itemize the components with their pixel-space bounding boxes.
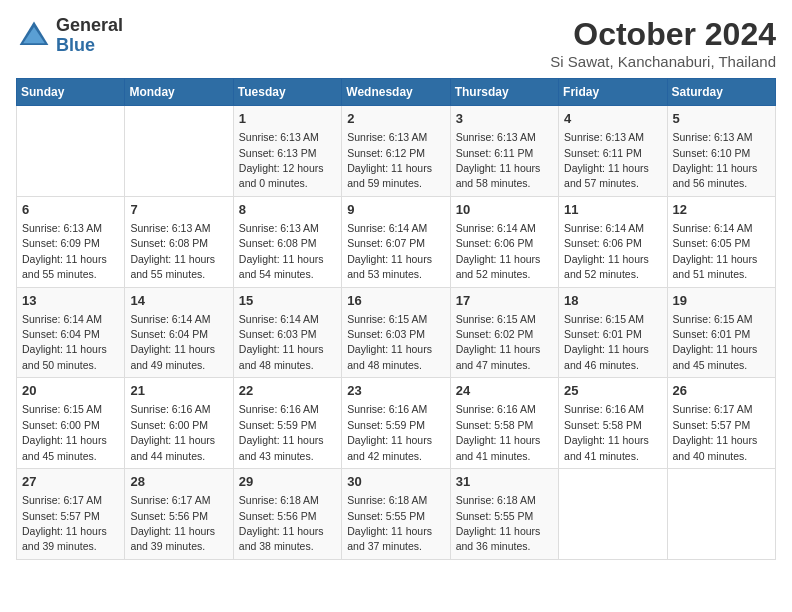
- day-number: 22: [239, 382, 336, 400]
- calendar-cell: 31Sunrise: 6:18 AM Sunset: 5:55 PM Dayli…: [450, 469, 558, 560]
- calendar-cell: [125, 106, 233, 197]
- calendar-cell: [559, 469, 667, 560]
- calendar-cell: 15Sunrise: 6:14 AM Sunset: 6:03 PM Dayli…: [233, 287, 341, 378]
- logo-icon: [16, 18, 52, 54]
- logo-general: General: [56, 15, 123, 35]
- calendar-cell: 27Sunrise: 6:17 AM Sunset: 5:57 PM Dayli…: [17, 469, 125, 560]
- header-day: Monday: [125, 79, 233, 106]
- day-number: 30: [347, 473, 444, 491]
- calendar-cell: 1Sunrise: 6:13 AM Sunset: 6:13 PM Daylig…: [233, 106, 341, 197]
- day-detail: Sunrise: 6:14 AM Sunset: 6:05 PM Dayligh…: [673, 222, 758, 280]
- day-number: 17: [456, 292, 553, 310]
- day-detail: Sunrise: 6:13 AM Sunset: 6:08 PM Dayligh…: [239, 222, 324, 280]
- day-detail: Sunrise: 6:17 AM Sunset: 5:57 PM Dayligh…: [673, 403, 758, 461]
- day-number: 11: [564, 201, 661, 219]
- calendar-week-row: 1Sunrise: 6:13 AM Sunset: 6:13 PM Daylig…: [17, 106, 776, 197]
- page-header: General Blue October 2024 Si Sawat, Kanc…: [16, 16, 776, 70]
- calendar-cell: 17Sunrise: 6:15 AM Sunset: 6:02 PM Dayli…: [450, 287, 558, 378]
- day-number: 10: [456, 201, 553, 219]
- calendar-cell: [667, 469, 775, 560]
- calendar-header: SundayMondayTuesdayWednesdayThursdayFrid…: [17, 79, 776, 106]
- day-number: 8: [239, 201, 336, 219]
- day-detail: Sunrise: 6:14 AM Sunset: 6:04 PM Dayligh…: [22, 313, 107, 371]
- day-detail: Sunrise: 6:13 AM Sunset: 6:13 PM Dayligh…: [239, 131, 324, 189]
- calendar-cell: 9Sunrise: 6:14 AM Sunset: 6:07 PM Daylig…: [342, 196, 450, 287]
- day-number: 9: [347, 201, 444, 219]
- calendar-cell: 5Sunrise: 6:13 AM Sunset: 6:10 PM Daylig…: [667, 106, 775, 197]
- day-detail: Sunrise: 6:15 AM Sunset: 6:00 PM Dayligh…: [22, 403, 107, 461]
- day-number: 6: [22, 201, 119, 219]
- day-detail: Sunrise: 6:14 AM Sunset: 6:06 PM Dayligh…: [456, 222, 541, 280]
- day-number: 26: [673, 382, 770, 400]
- day-number: 15: [239, 292, 336, 310]
- day-number: 28: [130, 473, 227, 491]
- calendar-cell: 28Sunrise: 6:17 AM Sunset: 5:56 PM Dayli…: [125, 469, 233, 560]
- calendar-cell: 16Sunrise: 6:15 AM Sunset: 6:03 PM Dayli…: [342, 287, 450, 378]
- logo-text: General Blue: [56, 16, 123, 56]
- calendar-cell: 2Sunrise: 6:13 AM Sunset: 6:12 PM Daylig…: [342, 106, 450, 197]
- calendar-week-row: 13Sunrise: 6:14 AM Sunset: 6:04 PM Dayli…: [17, 287, 776, 378]
- calendar-cell: 7Sunrise: 6:13 AM Sunset: 6:08 PM Daylig…: [125, 196, 233, 287]
- calendar-cell: 10Sunrise: 6:14 AM Sunset: 6:06 PM Dayli…: [450, 196, 558, 287]
- calendar-cell: 22Sunrise: 6:16 AM Sunset: 5:59 PM Dayli…: [233, 378, 341, 469]
- day-detail: Sunrise: 6:16 AM Sunset: 6:00 PM Dayligh…: [130, 403, 215, 461]
- day-number: 21: [130, 382, 227, 400]
- calendar-week-row: 27Sunrise: 6:17 AM Sunset: 5:57 PM Dayli…: [17, 469, 776, 560]
- day-detail: Sunrise: 6:15 AM Sunset: 6:01 PM Dayligh…: [673, 313, 758, 371]
- calendar-cell: 30Sunrise: 6:18 AM Sunset: 5:55 PM Dayli…: [342, 469, 450, 560]
- day-number: 5: [673, 110, 770, 128]
- calendar-cell: 13Sunrise: 6:14 AM Sunset: 6:04 PM Dayli…: [17, 287, 125, 378]
- calendar-cell: 6Sunrise: 6:13 AM Sunset: 6:09 PM Daylig…: [17, 196, 125, 287]
- day-detail: Sunrise: 6:13 AM Sunset: 6:11 PM Dayligh…: [564, 131, 649, 189]
- day-detail: Sunrise: 6:13 AM Sunset: 6:10 PM Dayligh…: [673, 131, 758, 189]
- day-detail: Sunrise: 6:17 AM Sunset: 5:57 PM Dayligh…: [22, 494, 107, 552]
- day-detail: Sunrise: 6:16 AM Sunset: 5:59 PM Dayligh…: [347, 403, 432, 461]
- day-detail: Sunrise: 6:15 AM Sunset: 6:01 PM Dayligh…: [564, 313, 649, 371]
- header-day: Thursday: [450, 79, 558, 106]
- calendar-cell: 14Sunrise: 6:14 AM Sunset: 6:04 PM Dayli…: [125, 287, 233, 378]
- day-number: 4: [564, 110, 661, 128]
- day-detail: Sunrise: 6:18 AM Sunset: 5:56 PM Dayligh…: [239, 494, 324, 552]
- day-detail: Sunrise: 6:14 AM Sunset: 6:06 PM Dayligh…: [564, 222, 649, 280]
- calendar-cell: 11Sunrise: 6:14 AM Sunset: 6:06 PM Dayli…: [559, 196, 667, 287]
- calendar-cell: 21Sunrise: 6:16 AM Sunset: 6:00 PM Dayli…: [125, 378, 233, 469]
- calendar-cell: 29Sunrise: 6:18 AM Sunset: 5:56 PM Dayli…: [233, 469, 341, 560]
- day-detail: Sunrise: 6:15 AM Sunset: 6:02 PM Dayligh…: [456, 313, 541, 371]
- day-detail: Sunrise: 6:16 AM Sunset: 5:58 PM Dayligh…: [564, 403, 649, 461]
- day-detail: Sunrise: 6:13 AM Sunset: 6:12 PM Dayligh…: [347, 131, 432, 189]
- header-day: Tuesday: [233, 79, 341, 106]
- day-detail: Sunrise: 6:13 AM Sunset: 6:09 PM Dayligh…: [22, 222, 107, 280]
- header-day: Friday: [559, 79, 667, 106]
- calendar-cell: 4Sunrise: 6:13 AM Sunset: 6:11 PM Daylig…: [559, 106, 667, 197]
- calendar-cell: 25Sunrise: 6:16 AM Sunset: 5:58 PM Dayli…: [559, 378, 667, 469]
- calendar-cell: 23Sunrise: 6:16 AM Sunset: 5:59 PM Dayli…: [342, 378, 450, 469]
- header-day: Sunday: [17, 79, 125, 106]
- calendar-cell: 3Sunrise: 6:13 AM Sunset: 6:11 PM Daylig…: [450, 106, 558, 197]
- calendar-cell: 19Sunrise: 6:15 AM Sunset: 6:01 PM Dayli…: [667, 287, 775, 378]
- calendar-cell: 24Sunrise: 6:16 AM Sunset: 5:58 PM Dayli…: [450, 378, 558, 469]
- logo-blue: Blue: [56, 35, 95, 55]
- calendar-cell: 26Sunrise: 6:17 AM Sunset: 5:57 PM Dayli…: [667, 378, 775, 469]
- day-number: 12: [673, 201, 770, 219]
- day-detail: Sunrise: 6:14 AM Sunset: 6:07 PM Dayligh…: [347, 222, 432, 280]
- day-detail: Sunrise: 6:18 AM Sunset: 5:55 PM Dayligh…: [456, 494, 541, 552]
- day-detail: Sunrise: 6:15 AM Sunset: 6:03 PM Dayligh…: [347, 313, 432, 371]
- day-number: 14: [130, 292, 227, 310]
- day-detail: Sunrise: 6:14 AM Sunset: 6:03 PM Dayligh…: [239, 313, 324, 371]
- day-number: 1: [239, 110, 336, 128]
- day-number: 3: [456, 110, 553, 128]
- day-number: 25: [564, 382, 661, 400]
- day-detail: Sunrise: 6:13 AM Sunset: 6:08 PM Dayligh…: [130, 222, 215, 280]
- calendar-cell: 20Sunrise: 6:15 AM Sunset: 6:00 PM Dayli…: [17, 378, 125, 469]
- header-row: SundayMondayTuesdayWednesdayThursdayFrid…: [17, 79, 776, 106]
- day-detail: Sunrise: 6:13 AM Sunset: 6:11 PM Dayligh…: [456, 131, 541, 189]
- calendar-week-row: 6Sunrise: 6:13 AM Sunset: 6:09 PM Daylig…: [17, 196, 776, 287]
- day-detail: Sunrise: 6:18 AM Sunset: 5:55 PM Dayligh…: [347, 494, 432, 552]
- page-subtitle: Si Sawat, Kanchanaburi, Thailand: [550, 53, 776, 70]
- calendar-body: 1Sunrise: 6:13 AM Sunset: 6:13 PM Daylig…: [17, 106, 776, 560]
- calendar-cell: 12Sunrise: 6:14 AM Sunset: 6:05 PM Dayli…: [667, 196, 775, 287]
- page-title: October 2024: [550, 16, 776, 53]
- day-number: 27: [22, 473, 119, 491]
- day-number: 2: [347, 110, 444, 128]
- day-number: 16: [347, 292, 444, 310]
